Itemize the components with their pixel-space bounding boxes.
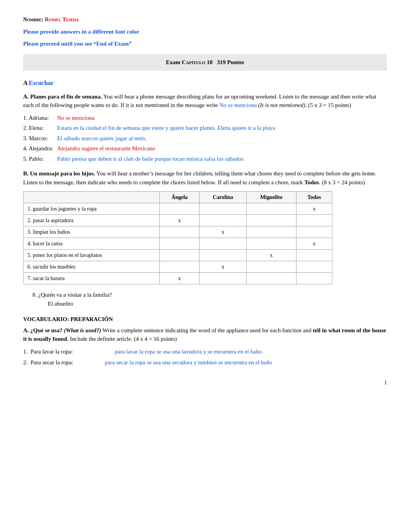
chore-cell-carolina [200, 273, 246, 284]
chore-cell-carolina [200, 250, 246, 261]
chore-name: 4. hacer la cama [24, 238, 160, 250]
instruction-line1: Please provide answers in a different fo… [23, 27, 387, 36]
item-num: 4. Alejandra: [23, 144, 54, 153]
chore-name: 1. guardar los juguetes y la ropa [24, 203, 160, 215]
chore-cell-todos: x [296, 238, 332, 250]
q8-block: 8. ¿Quién va a visitar a la familia? El … [32, 291, 387, 308]
table-row: 5. poner los platos en el lavaplatosx [24, 250, 332, 261]
item-answer: Estará en la ciudad el fin de semana que… [57, 124, 275, 133]
vocab-part-a-title: A. ¿Qué se usa? [23, 327, 63, 333]
part-a-body-nse: No se menciona [219, 102, 258, 108]
q8-question: 8. ¿Quién va a visitar a la familia? [32, 291, 387, 299]
col-header-todos: Todos [296, 192, 332, 203]
item-num: 5. Pablo: [23, 155, 54, 163]
chore-cell-angela [159, 261, 200, 273]
chores-table: Ángela Carolina Miguelito Todos 1. guard… [23, 191, 332, 284]
chore-cell-carolina [200, 203, 246, 215]
chore-cell-angela: x [159, 215, 200, 226]
item-num: 2. Elena: [23, 124, 54, 133]
chore-cell-angela: x [159, 273, 200, 284]
chore-cell-miguelito [246, 226, 296, 238]
section-a-letter: A [23, 80, 27, 86]
part-a-description: A. Planes para el fin de semana. You wil… [23, 92, 387, 110]
col-header-angela: Ángela [159, 192, 200, 203]
chore-cell-angela [159, 226, 200, 238]
vocab-item-num: 1. [23, 347, 27, 356]
list-item: 3. Marcos: El sábado marcos quiere jugar… [23, 134, 387, 143]
chore-name: 2. pasar la aspiradora [24, 215, 160, 226]
chore-cell-todos [296, 226, 332, 238]
vocab-item-prompt: Para secar la ropa: [30, 358, 100, 367]
chore-cell-angela [159, 238, 200, 250]
list-item: 1. Adriana: No se menciona [23, 114, 387, 122]
chore-cell-angela [159, 203, 200, 215]
vocab-part-a-body: Write a complete sentence indicating the… [103, 327, 313, 333]
list-item: 2. Para secar la ropa: para secar la rop… [23, 358, 387, 367]
chore-cell-miguelito [246, 261, 296, 273]
chore-cell-miguelito [246, 203, 296, 215]
item-answer: Pablo piensa que deben ir al club de bai… [57, 155, 245, 163]
table-row: 4. hacer la camax [24, 238, 332, 250]
chore-cell-miguelito [246, 273, 296, 284]
chore-cell-miguelito [246, 215, 296, 226]
chore-cell-miguelito [246, 238, 296, 250]
part-b-points: . (8 x 3 = 24 points) [319, 179, 365, 185]
chore-cell-todos [296, 261, 332, 273]
part-b-description: B. Un mensaje para los hijos. You will h… [23, 169, 387, 187]
chore-name: 3. limpiar los baños [24, 226, 160, 238]
part-a-points: . (5 x 3 = 15 points) [305, 102, 351, 108]
chore-cell-carolina: x [200, 261, 246, 273]
chore-name: 7. sacar la basura [24, 273, 160, 284]
section-a-header: A Escuchar [23, 78, 387, 88]
section-escuchar: Escuchar [27, 80, 54, 86]
part-a-list: 1. Adriana: No se menciona 2. Elena: Est… [23, 114, 387, 163]
nombre-name: Roniel Tejeda [45, 17, 79, 22]
chore-cell-todos [296, 215, 332, 226]
list-item: 2. Elena: Estará en la ciudad el fin de … [23, 124, 387, 133]
chore-cell-carolina [200, 215, 246, 226]
list-item: 4. Alejandra: Alejandra sugiere el resta… [23, 144, 387, 153]
chore-cell-miguelito: x [246, 250, 296, 261]
exam-cap-text: Capítulo 10 [182, 59, 213, 65]
vocab-header: VOCABULARIO: PREPARACIÓN [23, 315, 387, 324]
exam-points: 319 Puntos [217, 59, 244, 65]
vocab-item-prompt: Para lavar la ropa: [30, 347, 100, 356]
part-a-italic: (It is not mentioned) [258, 102, 305, 108]
vocab-part-a-body2: . Include the definite article. (4 x 4 =… [67, 336, 177, 342]
nombre-line: Nombre: Roniel Tejeda [23, 15, 387, 24]
nombre-label: Nombre: [23, 17, 44, 22]
vocab-item-answer: para lavar la ropa se usa una lavadora y… [115, 347, 263, 356]
col-header-carolina: Carolina [200, 192, 246, 203]
table-row: 7. sacar la basurax [24, 273, 332, 284]
chore-cell-todos [296, 250, 332, 261]
part-b-title: B. Un mensaje para los hijos. [23, 170, 95, 177]
chore-cell-todos: x [296, 203, 332, 215]
chore-name: 6. sacudir los muebles [24, 261, 160, 273]
col-header-chore [24, 192, 160, 203]
chore-name: 5. poner los platos en el lavaplatos [24, 250, 160, 261]
vocab-part-a-bold-label: (What is used?) [64, 327, 101, 333]
chore-cell-todos [296, 273, 332, 284]
table-row: 6. sacudir los mueblesx [24, 261, 332, 273]
exam-header: Exam Capítulo 10 319 Puntos [23, 54, 387, 71]
list-item: 1. Para lavar la ropa: para lavar la rop… [23, 347, 387, 356]
list-item: 5. Pablo: Pablo piensa que deben ir al c… [23, 155, 387, 163]
item-answer: No se menciona [57, 114, 95, 122]
item-answer: El sábado marcos quiere jugar al tenis. [57, 134, 147, 143]
part-a-title: A. Planes para el fin de semana. [23, 93, 102, 100]
chore-cell-carolina [200, 238, 246, 250]
exam-title-word: Exam [166, 59, 181, 65]
q8-answer: El abuelito [48, 299, 387, 308]
vocab-item-num: 2. [23, 358, 27, 367]
table-row: 2. pasar la aspiradorax [24, 215, 332, 226]
instruction-line2: Please proceed until you see “End of Exa… [23, 39, 387, 48]
table-row: 3. limpiar los bañosx [24, 226, 332, 238]
col-header-miguelito: Miguelito [246, 192, 296, 203]
item-answer: Alejandra sugiere el restaurante Mexican… [57, 144, 155, 153]
vocab-part-a-desc: A. ¿Qué se usa? (What is used?) Write a … [23, 326, 387, 343]
item-num: 3. Marcos: [23, 134, 54, 143]
chore-cell-carolina: x [200, 226, 246, 238]
page-number: 1 [23, 379, 387, 387]
table-row: 1. guardar los juguetes y la ropax [24, 203, 332, 215]
item-num: 1. Adriana: [23, 114, 54, 122]
